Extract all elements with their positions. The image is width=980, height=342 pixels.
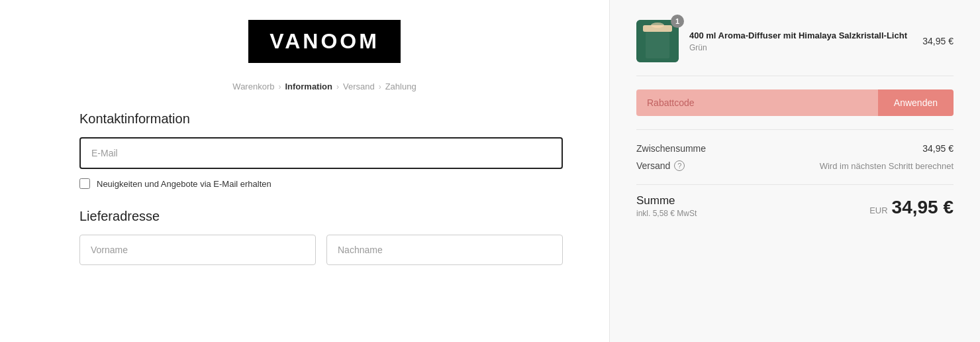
last-name-field[interactable] — [326, 235, 563, 265]
email-field[interactable] — [79, 137, 563, 169]
product-price: 34,95 € — [922, 36, 954, 46]
breadcrumb-sep-2: › — [336, 82, 339, 91]
right-panel: 1 400 ml Aroma-Diffuser mit Himalaya Sal… — [609, 0, 980, 342]
shipping-value: Wird im nächsten Schritt berechnet — [820, 161, 954, 171]
total-amount: 34,95 € — [892, 197, 954, 218]
logo: VANOOM — [248, 20, 401, 63]
product-name: 400 ml Aroma-Diffuser mit Himalaya Salzk… — [689, 30, 912, 42]
svg-point-3 — [651, 23, 664, 28]
product-quantity-badge: 1 — [671, 15, 684, 28]
discount-input[interactable] — [636, 89, 878, 116]
product-info: 400 ml Aroma-Diffuser mit Himalaya Salzk… — [689, 30, 912, 52]
first-name-field[interactable] — [79, 235, 316, 265]
product-image-wrapper: 1 — [636, 20, 679, 62]
discount-row: Anwenden — [636, 89, 954, 130]
name-row — [79, 235, 563, 265]
shipping-help-icon[interactable]: ? — [674, 160, 685, 171]
email-input-wrapper — [79, 137, 563, 169]
subtotal-value: 34,95 € — [922, 143, 954, 154]
product-row: 1 400 ml Aroma-Diffuser mit Himalaya Sal… — [636, 20, 954, 76]
newsletter-row: Neuigkeiten und Angebote via E-Mail erha… — [79, 178, 271, 189]
breadcrumb: Warenkorb › Information › Versand › Zahl… — [232, 82, 416, 91]
total-amount-block: EUR 34,95 € — [869, 197, 954, 218]
newsletter-label: Neuigkeiten und Angebote via E-Mail erha… — [97, 179, 271, 189]
total-label-block: Summe inkl. 5,58 € MwSt — [636, 194, 697, 218]
total-row: Summe inkl. 5,58 € MwSt EUR 34,95 € — [636, 194, 954, 218]
apply-discount-button[interactable]: Anwenden — [878, 89, 954, 116]
left-panel: VANOOM Warenkorb › Information › Versand… — [0, 0, 609, 342]
total-currency: EUR — [869, 205, 887, 215]
contact-section-title: Kontaktinformation — [79, 111, 190, 127]
total-divider — [636, 184, 954, 185]
delivery-section-title: Lieferadresse — [79, 209, 160, 224]
total-tax: inkl. 5,58 € MwSt — [636, 209, 697, 218]
breadcrumb-sep-1: › — [278, 82, 281, 91]
svg-rect-4 — [646, 32, 669, 58]
subtotal-label: Zwischensumme — [636, 143, 706, 154]
product-illustration — [636, 20, 679, 62]
subtotal-row: Zwischensumme 34,95 € — [636, 143, 954, 154]
breadcrumb-warenkorb[interactable]: Warenkorb — [232, 82, 274, 91]
total-label: Summe — [636, 194, 697, 207]
breadcrumb-zahlung[interactable]: Zahlung — [385, 82, 416, 91]
product-variant: Grün — [689, 43, 912, 52]
breadcrumb-sep-3: › — [379, 82, 381, 91]
shipping-label: Versand ? — [636, 160, 685, 171]
shipping-row: Versand ? Wird im nächsten Schritt berec… — [636, 160, 954, 171]
logo-container: VANOOM — [248, 20, 401, 63]
breadcrumb-versand[interactable]: Versand — [343, 82, 375, 91]
newsletter-checkbox[interactable] — [79, 178, 90, 189]
product-image — [636, 20, 679, 62]
breadcrumb-information[interactable]: Information — [285, 82, 332, 91]
